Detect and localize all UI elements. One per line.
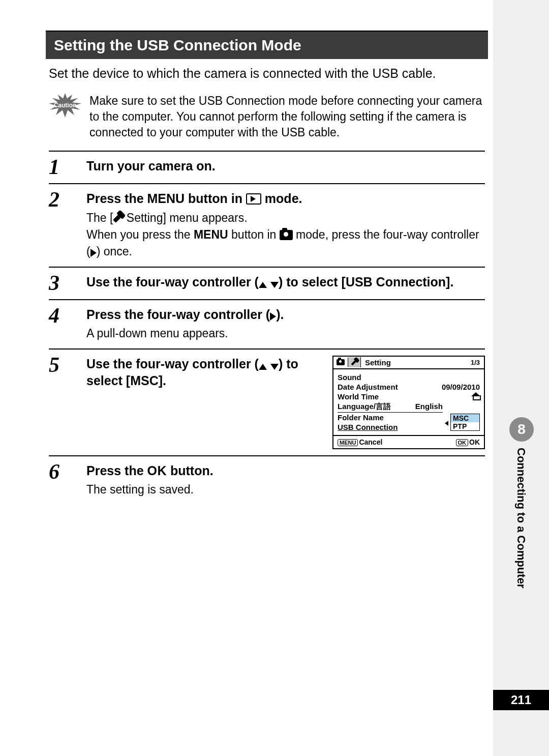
cancel-label: Cancel bbox=[359, 438, 382, 446]
screen-row-language: Language/言語 English bbox=[338, 401, 443, 413]
step-main: Press the four-way controller (). bbox=[86, 306, 485, 324]
screen-row-sound: Sound bbox=[338, 372, 480, 382]
down-arrow-icon bbox=[270, 282, 279, 288]
screen-row-date: Date Adjustment 09/09/2010 bbox=[338, 382, 480, 392]
screen-tab-camera bbox=[333, 358, 348, 367]
step-1: 1 Turn your camera on. bbox=[49, 151, 485, 183]
step-main: Turn your camera on. bbox=[86, 158, 485, 175]
menu-button-hint: MENU bbox=[338, 439, 358, 446]
wrench-icon bbox=[350, 358, 359, 367]
screen-header-page: 1/3 bbox=[467, 357, 484, 368]
playback-mode-icon bbox=[246, 193, 261, 205]
left-arrow-icon bbox=[445, 421, 448, 426]
caution-text: Make sure to set the USB Connection mode… bbox=[89, 93, 485, 140]
menu-button-label: MENU bbox=[147, 191, 185, 206]
step-number: 5 bbox=[49, 356, 71, 449]
step-2: 2 Press the MENU button in mode. The [ S… bbox=[49, 183, 485, 267]
page-title: Setting the USB Connection Mode bbox=[46, 31, 488, 59]
step-number: 2 bbox=[49, 190, 71, 260]
intro-text: Set the device to which the camera is co… bbox=[46, 59, 488, 93]
step-4: 4 Press the four-way controller (). A pu… bbox=[49, 299, 485, 348]
step-desc: The setting is saved. bbox=[86, 481, 485, 498]
step-number: 6 bbox=[49, 462, 71, 499]
screen-row-worldtime: World Time bbox=[338, 392, 480, 401]
screen-body: Sound Date Adjustment 09/09/2010 World T… bbox=[333, 369, 484, 435]
step-main: Use the four-way controller ( ) to selec… bbox=[86, 356, 322, 449]
dropdown-option-msc: MSC bbox=[451, 414, 479, 422]
right-arrow-icon bbox=[270, 312, 276, 321]
screen-row-foldername: Folder Name bbox=[338, 413, 443, 422]
camera-mode-icon bbox=[337, 359, 345, 365]
camera-mode-icon bbox=[280, 230, 293, 240]
caution-block: Caution Make sure to set the USB Connect… bbox=[46, 93, 488, 151]
camera-screen-mock: Setting 1/3 Sound Date Adjustment bbox=[332, 356, 485, 449]
caution-icon: Caution bbox=[49, 93, 81, 118]
dropdown-option-ptp: PTP bbox=[451, 422, 479, 430]
usb-dropdown: MSC PTP bbox=[450, 414, 480, 431]
step-6: 6 Press the OK button. The setting is sa… bbox=[49, 455, 485, 505]
screen-row-usb: USB Connection bbox=[338, 422, 443, 432]
step-desc: The [ Setting] menu appears. When you pr… bbox=[86, 210, 485, 260]
home-icon bbox=[472, 393, 480, 400]
screen-footer: MENUCancel OKOK bbox=[333, 435, 484, 448]
step-number: 4 bbox=[49, 306, 71, 342]
step-number: 3 bbox=[49, 274, 71, 293]
step-3: 3 Use the four-way controller ( ) to sel… bbox=[49, 267, 485, 299]
screen-header-title: Setting bbox=[361, 357, 467, 368]
step-number: 1 bbox=[49, 158, 71, 177]
up-arrow-icon bbox=[259, 364, 267, 370]
ok-button-hint: OK bbox=[456, 439, 469, 446]
down-arrow-icon bbox=[270, 364, 279, 370]
step-main: Press the OK button. bbox=[86, 462, 485, 480]
screen-tab-setting bbox=[348, 357, 361, 367]
caution-label: Caution bbox=[54, 102, 77, 109]
up-arrow-icon bbox=[259, 282, 267, 288]
step-main: Use the four-way controller ( ) to selec… bbox=[86, 274, 485, 291]
ok-label: OK bbox=[469, 438, 480, 446]
right-arrow-icon bbox=[90, 249, 97, 257]
menu-button-label: MENU bbox=[194, 228, 228, 241]
step-5: 5 Use the four-way controller ( ) to sel… bbox=[49, 348, 485, 455]
ok-button-label: OK bbox=[147, 463, 167, 478]
screen-header: Setting 1/3 bbox=[333, 357, 484, 369]
step-main: Press the MENU button in mode. bbox=[86, 190, 485, 208]
step-desc: A pull-down menu appears. bbox=[86, 325, 485, 342]
